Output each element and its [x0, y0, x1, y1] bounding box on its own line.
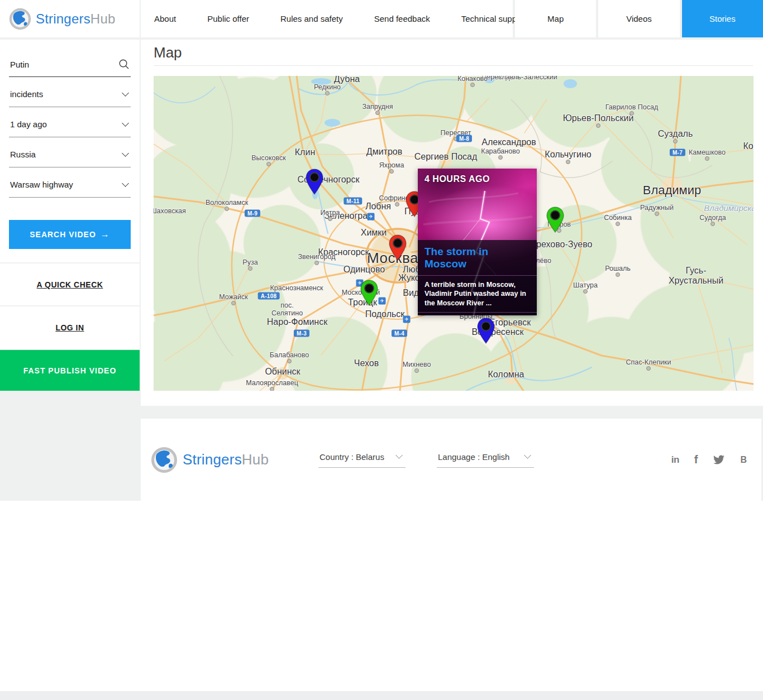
globe-logo-icon — [151, 447, 178, 473]
search-value: Putin — [10, 60, 29, 69]
filter-dropdown-russia[interactable]: Russia — [9, 150, 131, 167]
quick-check-link[interactable]: A QUICK CHECK — [37, 280, 103, 289]
filter-value: 1 day ago — [10, 119, 47, 129]
footer: StringersHub Country : Belarus Language … — [141, 419, 761, 501]
map-pin-green[interactable] — [546, 207, 565, 235]
map-pin-red[interactable] — [388, 234, 407, 263]
map-label-редкино: Редкино — [314, 83, 341, 91]
airport-icon: ✈ — [403, 316, 411, 323]
nav-link-public-offer[interactable]: Public offer — [207, 14, 249, 23]
map-town-dot — [225, 207, 229, 211]
road-badge-м-3: М-3 — [294, 330, 309, 337]
nav-link-send-feedback[interactable]: Send feedback — [374, 14, 430, 23]
country-dropdown[interactable]: Country : Belarus — [318, 452, 406, 468]
popup-description: A terrible storm in Moscow, Vladimir Put… — [418, 276, 537, 313]
language-dropdown-value: Language : English — [438, 452, 509, 462]
map-label-высоковск: Высоковск — [251, 154, 285, 162]
popup-body: The storm in Moscow A terrible storm in … — [418, 240, 537, 315]
map-town-dot — [705, 156, 709, 161]
linkedin-icon[interactable]: in — [671, 454, 679, 466]
header-nav: AboutPublic offerRules and safetySend fe… — [141, 0, 513, 37]
map-town-dot — [616, 272, 620, 277]
map-label-ковров: Ковров — [743, 141, 754, 151]
popup-title[interactable]: The storm in Moscow — [418, 240, 537, 276]
sidebar-login-panel: LOG IN — [0, 306, 140, 349]
nav-link-rules-and-safety[interactable]: Rules and safety — [280, 14, 343, 23]
search-video-button[interactable]: SEARCH VIDEO→ — [9, 220, 131, 249]
story-popup[interactable]: 4 HOURS AGO The storm in Moscow A terrib… — [418, 169, 537, 315]
arrow-right-icon: → — [101, 229, 110, 239]
map-town-dot — [389, 169, 394, 174]
map-label-судогда: Судогда — [699, 214, 726, 222]
map-label-александров: Александров — [481, 137, 536, 147]
map-label-спас-клепики: Спас-Клепики — [626, 358, 671, 366]
popup-hashtags[interactable]: #Moscow #Vladimir # Putin #River — [418, 313, 537, 315]
chevron-down-icon — [122, 89, 129, 97]
map-label-истра: Истра — [321, 209, 340, 217]
log-in-link[interactable]: LOG IN — [55, 323, 84, 332]
page-title: Map — [154, 44, 753, 61]
map-label-сергиев-посад: Сергиев Посад — [414, 152, 478, 162]
airport-icon: ✈ — [368, 213, 375, 220]
chevron-down-icon — [122, 180, 129, 187]
map-town-dot — [395, 202, 399, 207]
main-panel: Map — [141, 40, 763, 406]
road-badge-м-4: М-4 — [392, 330, 407, 337]
filter-dropdown-incidents[interactable]: incidents — [9, 89, 131, 107]
map-pin-green[interactable] — [360, 280, 379, 308]
social-links: infB — [671, 453, 747, 466]
filter-dropdown-1-day-ago[interactable]: 1 day ago — [9, 119, 131, 137]
map-town-dot — [414, 368, 419, 373]
map-pin-blue[interactable] — [476, 318, 495, 346]
header-logo-box: StringersHub — [0, 0, 140, 37]
map-label-шатура: Шатура — [573, 281, 598, 289]
filter-value: incidents — [10, 89, 43, 99]
map-label-гусь-хрустальный: Гусь-Хрустальный — [667, 266, 725, 286]
bottom-strip — [0, 691, 763, 700]
nav-link-about[interactable]: About — [154, 14, 176, 23]
map-label-коломна: Коломна — [488, 370, 524, 380]
map-town-dot — [655, 212, 659, 216]
sidebar-quick-check-panel: A QUICK CHECK — [0, 263, 140, 305]
logo-part-1: Stringers — [36, 11, 90, 26]
fast-publish-video-button[interactable]: FAST PUBLISH VIDEO — [0, 350, 140, 391]
map-town-dot — [673, 139, 678, 143]
facebook-icon[interactable]: f — [694, 453, 698, 466]
airport-icon: ✈ — [379, 298, 386, 305]
map-label-звенигород: Звенигород — [298, 253, 335, 261]
country-dropdown-value: Country : Belarus — [319, 452, 384, 462]
map-pin-blue[interactable] — [305, 169, 324, 197]
map-label-переславль-залесский: Переславль-Залесский — [481, 76, 557, 81]
road-badge-а-108: А-108 — [258, 293, 280, 300]
road-badge-м-11: М-11 — [344, 198, 362, 205]
map-town-dot — [498, 155, 503, 160]
footer-logo-text: StringersHub — [183, 451, 269, 468]
tab-map[interactable]: Map — [515, 0, 596, 37]
twitter-icon[interactable] — [713, 455, 725, 465]
map-town-dot — [328, 217, 332, 221]
sidebar-search-panel: Putin incidents1 day agoRussiaWarsaw hig… — [0, 40, 140, 262]
footer-logo[interactable]: StringersHub — [151, 447, 318, 473]
map-label-собинка: Собинка — [604, 214, 632, 222]
tab-stories[interactable]: Stories — [682, 0, 763, 37]
road-badge-м-9: М-9 — [245, 210, 260, 217]
map-town-dot — [325, 91, 330, 95]
language-dropdown[interactable]: Language : English — [437, 452, 534, 468]
filter-dropdown-warsaw-highway[interactable]: Warsaw highway — [9, 180, 131, 198]
map-label-руза: Руза — [242, 258, 257, 266]
vk-icon[interactable]: B — [740, 455, 747, 465]
map-label-чехов: Чехов — [354, 358, 379, 368]
search-input[interactable]: Putin — [9, 59, 131, 77]
search-icon[interactable] — [118, 59, 130, 70]
map-canvas[interactable]: МоскваВладимирВладимирскаяКлинДмитровСер… — [154, 76, 754, 391]
header-tabs: MapVideosStories — [515, 0, 763, 37]
map-label-одинцово: Одинцово — [344, 265, 385, 275]
chevron-down-icon — [122, 119, 129, 127]
logo[interactable]: StringersHub — [9, 8, 115, 30]
filter-value: Warsaw highway — [10, 180, 73, 189]
map-town-dot — [710, 222, 715, 226]
tab-videos[interactable]: Videos — [598, 0, 679, 37]
map-town-dot — [231, 301, 236, 305]
map-label-гаврилов-посад: Гаврилов Посад — [605, 103, 659, 111]
map-label-кольчугино: Кольчугино — [545, 150, 591, 160]
